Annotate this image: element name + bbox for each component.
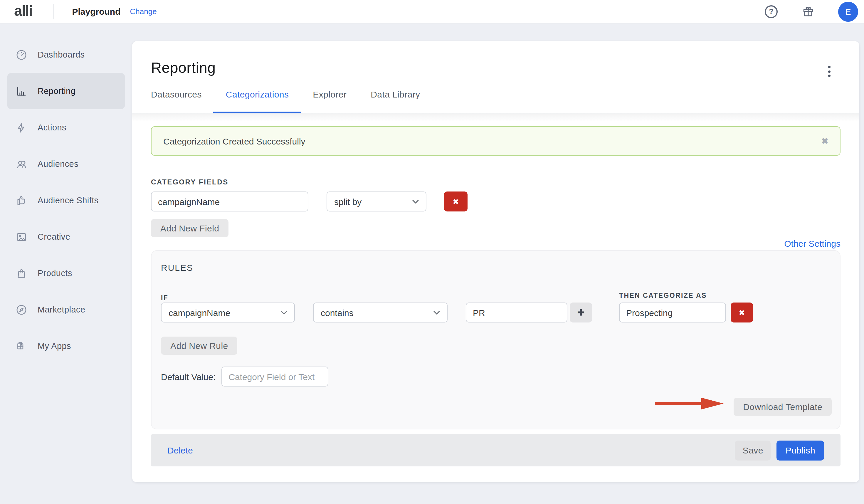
thumbs-up-icon (15, 194, 28, 206)
sidebar-item-label: Marketplace (38, 305, 85, 314)
sidebar-item-label: Audiences (38, 159, 79, 169)
tab-explorer[interactable]: Explorer (313, 89, 347, 113)
sidebar-item-reporting[interactable]: Reporting (7, 73, 125, 109)
save-button[interactable]: Save (735, 440, 771, 460)
alert-close-icon[interactable]: ✖ (821, 136, 828, 146)
card-content: Categorization Created Successfully ✖ CA… (132, 126, 859, 482)
shopping-bag-icon (15, 267, 28, 279)
if-label: IF (161, 294, 168, 301)
sidebar-item-label: My Apps (38, 341, 71, 351)
footer-bar: Delete Save Publish (151, 434, 840, 466)
default-value-label: Default Value: (161, 372, 216, 382)
avatar[interactable]: E (838, 1, 858, 22)
lightning-icon (15, 121, 28, 134)
bar-chart-icon (15, 85, 28, 97)
rules-label: RULES (161, 263, 830, 273)
default-value-row: Default Value: (161, 367, 830, 386)
card-header: Reporting Datasources Categorizations Ex… (132, 41, 859, 113)
rule-field-select-value: campaignName (169, 308, 230, 317)
add-condition-button[interactable]: ✚ (570, 302, 592, 323)
categorize-as-input[interactable] (619, 302, 726, 323)
sidebar-item-products[interactable]: Products (7, 255, 125, 291)
sidebar-item-label: Creative (38, 232, 70, 241)
rules-panel: RULES IF THEN CATEGORIZE AS campaignName… (151, 250, 840, 429)
chevron-down-icon (433, 310, 440, 314)
sidebar-item-label: Actions (38, 123, 67, 132)
sidebar-item-my-apps[interactable]: My Apps (7, 328, 125, 364)
sidebar-item-label: Reporting (38, 86, 75, 96)
rule-value-input[interactable] (466, 302, 567, 323)
add-new-rule-button[interactable]: Add New Rule (161, 337, 238, 355)
rule-operator-select[interactable]: contains (313, 302, 447, 323)
sidebar-item-label: Audience Shifts (38, 196, 99, 205)
grid-icon (15, 340, 28, 352)
reporting-card: Reporting Datasources Categorizations Ex… (132, 41, 859, 482)
publish-button[interactable]: Publish (777, 440, 824, 460)
tab-datasources[interactable]: Datasources (151, 89, 202, 113)
default-value-input[interactable] (221, 367, 328, 386)
workspace-name: Playground (72, 7, 121, 16)
sidebar-item-marketplace[interactable]: Marketplace (7, 291, 125, 328)
sidebar-item-creative[interactable]: Creative (7, 218, 125, 255)
sidebar-item-audience-shifts[interactable]: Audience Shifts (7, 182, 125, 218)
tab-data-library[interactable]: Data Library (371, 89, 420, 113)
rule-operator-select-value: contains (321, 308, 353, 317)
change-workspace-link[interactable]: Change (130, 7, 157, 16)
kebab-menu-icon[interactable] (826, 64, 832, 79)
chevron-down-icon (412, 200, 419, 204)
sidebar-item-dashboards[interactable]: Dashboards (7, 36, 125, 73)
remove-icon: ✖ (453, 197, 459, 206)
annotation-arrow (655, 396, 724, 411)
people-icon (15, 158, 28, 170)
sidebar: Dashboards Reporting Actions Audiences A… (0, 24, 132, 504)
sidebar-item-audiences[interactable]: Audiences (7, 146, 125, 182)
remove-field-button[interactable]: ✖ (444, 192, 468, 212)
gift-icon[interactable] (802, 5, 815, 18)
rule-row: campaignName contains ✚ ✖ (161, 302, 830, 323)
chevron-down-icon (281, 310, 287, 314)
then-categorize-as-label: THEN CATEGORIZE AS (619, 292, 707, 299)
compass-icon (15, 303, 28, 316)
remove-icon: ✖ (739, 308, 745, 317)
add-new-field-button[interactable]: Add New Field (151, 219, 228, 237)
other-settings-link[interactable]: Other Settings (784, 238, 840, 248)
plus-icon: ✚ (577, 308, 584, 317)
download-template-button[interactable]: Download Template (734, 398, 832, 416)
category-fields-label: CATEGORY FIELDS (151, 178, 840, 186)
sidebar-item-actions[interactable]: Actions (7, 109, 125, 146)
split-by-select[interactable]: split by (326, 192, 427, 212)
tab-categorizations[interactable]: Categorizations (226, 89, 289, 113)
help-icon[interactable]: ? (765, 5, 778, 18)
gauge-icon (15, 48, 28, 61)
rule-labels-row: IF THEN CATEGORIZE AS (161, 292, 830, 300)
remove-rule-button[interactable]: ✖ (731, 302, 753, 323)
image-icon (15, 230, 28, 243)
help-glyph: ? (769, 7, 773, 16)
alert-message: Categorization Created Successfully (163, 136, 305, 146)
rule-field-select[interactable]: campaignName (161, 302, 295, 323)
sidebar-item-label: Dashboards (38, 50, 85, 59)
topbar-divider (53, 4, 54, 19)
category-field-input[interactable] (151, 192, 308, 212)
topbar: alli Playground Change ? E (0, 0, 864, 24)
page-title: Reporting (151, 59, 840, 76)
app-logo[interactable]: alli (14, 3, 32, 20)
tab-bar: Datasources Categorizations Explorer Dat… (151, 89, 840, 113)
success-alert: Categorization Created Successfully ✖ (151, 126, 840, 156)
sidebar-item-label: Products (38, 268, 72, 278)
split-by-select-value: split by (334, 196, 361, 206)
app-root: alli Playground Change ? E Dashboards (0, 0, 864, 504)
delete-link[interactable]: Delete (167, 445, 193, 455)
category-fields-row: split by ✖ (151, 192, 840, 212)
other-settings-row: Other Settings (151, 237, 840, 249)
header-shadow (132, 113, 859, 122)
